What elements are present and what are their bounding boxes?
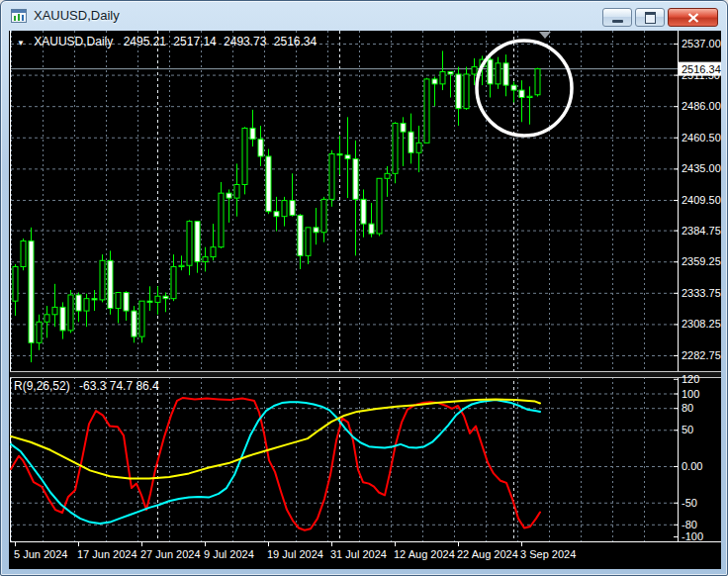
time-label[interactable]: 5 Jun 2024: [14, 548, 67, 560]
candle-bear[interactable]: [108, 260, 113, 308]
candle-bull[interactable]: [385, 173, 390, 178]
close-button[interactable]: [668, 8, 718, 27]
candle-bear[interactable]: [511, 85, 516, 90]
candle-bull[interactable]: [13, 266, 18, 301]
indicator-axis-label: 0.00: [682, 460, 702, 472]
candle-bear[interactable]: [60, 307, 65, 331]
panel-splitter[interactable]: [10, 372, 721, 377]
candle-bear[interactable]: [195, 222, 200, 262]
candle-bear[interactable]: [76, 295, 81, 311]
close-icon: [687, 13, 699, 23]
candle-bull[interactable]: [464, 74, 469, 109]
indicator-name: R(9,26,52): [14, 379, 70, 393]
candle-bear[interactable]: [456, 74, 461, 109]
indicator-line-red[interactable]: [11, 398, 540, 530]
candle-bear[interactable]: [369, 224, 374, 234]
price-label: 2537.00: [682, 38, 721, 49]
candle-bull[interactable]: [68, 295, 73, 331]
time-label[interactable]: 31 Jul 2024: [330, 548, 387, 560]
candle-bull[interactable]: [440, 71, 445, 83]
collapse-arrow-icon: ▼: [17, 39, 25, 48]
candle-bull[interactable]: [306, 228, 311, 255]
restore-button[interactable]: [635, 8, 665, 27]
candle-bear[interactable]: [92, 299, 97, 300]
time-label[interactable]: 9 Jul 2024: [204, 548, 254, 560]
candle-bull[interactable]: [424, 79, 429, 143]
candle-bear[interactable]: [401, 124, 406, 133]
candle-bear[interactable]: [163, 296, 168, 298]
indicator-axis-label: 50: [682, 424, 693, 435]
candle-bear[interactable]: [250, 128, 255, 139]
candle-bull[interactable]: [84, 299, 89, 311]
candle-bear[interactable]: [147, 301, 152, 302]
candle-bull[interactable]: [535, 69, 540, 95]
candle-bull[interactable]: [219, 193, 224, 247]
title-bar[interactable]: XAUUSD,Daily: [1, 1, 727, 30]
candle-bull[interactable]: [496, 63, 500, 84]
candle-bull[interactable]: [45, 315, 49, 322]
candle-bear[interactable]: [503, 63, 508, 85]
minimize-button[interactable]: [602, 8, 632, 27]
candle-bull[interactable]: [211, 247, 216, 257]
candle-bull[interactable]: [416, 143, 421, 152]
candle-bear[interactable]: [290, 201, 295, 216]
candle-bear[interactable]: [314, 228, 318, 233]
candle-bear[interactable]: [361, 199, 366, 224]
candle-bull[interactable]: [155, 296, 160, 302]
candle-bear[interactable]: [337, 154, 342, 155]
window-title: XAUUSD,Daily: [34, 8, 120, 23]
candle-bear[interactable]: [29, 240, 34, 342]
candle-bull[interactable]: [321, 199, 326, 232]
candle-bull[interactable]: [100, 260, 105, 300]
time-label[interactable]: 27 Jun 2024: [140, 548, 201, 560]
candle-bull[interactable]: [116, 293, 121, 309]
candle-bear[interactable]: [448, 71, 453, 73]
app-window: XAUUSD,Daily 2537.002511.502486.002460.5…: [0, 0, 728, 576]
candle-bull[interactable]: [37, 322, 42, 342]
candle-bull[interactable]: [171, 266, 176, 298]
candle-bear[interactable]: [519, 90, 524, 97]
chart-canvas[interactable]: 2537.002511.502486.002460.502435.002409.…: [9, 31, 721, 569]
candle-bear[interactable]: [432, 79, 437, 84]
candle-bull[interactable]: [527, 96, 532, 97]
price-label: 2282.75: [682, 349, 721, 361]
price-label: 2384.75: [682, 225, 721, 237]
candle-bull[interactable]: [329, 154, 334, 200]
candle-bull[interactable]: [234, 184, 239, 198]
candle-bear[interactable]: [132, 311, 136, 336]
candle-bull[interactable]: [282, 201, 287, 217]
candle-bull[interactable]: [139, 301, 144, 336]
indicator-axis-label: -50: [682, 497, 697, 509]
candle-bear[interactable]: [124, 293, 129, 312]
price-label: 2435.00: [682, 162, 721, 174]
time-label[interactable]: 3 Sep 2024: [520, 548, 576, 560]
candle-bull[interactable]: [203, 257, 208, 262]
candle-bull[interactable]: [242, 128, 247, 184]
candle-bear[interactable]: [345, 155, 350, 159]
indicator-axis-label: 120: [682, 373, 699, 385]
highlight-circle-annotation[interactable]: [477, 41, 572, 136]
candle-bull[interactable]: [377, 178, 382, 234]
candle-bear[interactable]: [353, 158, 358, 199]
chart-header: ▼ XAUUSD,Daily 2495.21 2517.14 2493.73 2…: [17, 35, 318, 48]
time-label[interactable]: 12 Aug 2024: [394, 548, 455, 560]
candle-bear[interactable]: [488, 59, 493, 84]
candle-bull[interactable]: [179, 265, 184, 266]
candle-bull[interactable]: [472, 67, 477, 74]
candle-bear[interactable]: [258, 140, 263, 156]
indicator-values: -63.3 74.7 86.4: [79, 379, 159, 393]
time-label[interactable]: 17 Jun 2024: [77, 548, 137, 560]
time-label[interactable]: 19 Jul 2024: [267, 548, 323, 560]
candle-bear[interactable]: [227, 193, 231, 198]
candle-bear[interactable]: [274, 212, 279, 217]
time-label[interactable]: 22 Aug 2024: [457, 548, 518, 560]
chart-client-area[interactable]: 2537.002511.502486.002460.502435.002409.…: [9, 31, 721, 569]
indicator-line-cyan[interactable]: [11, 400, 540, 524]
candle-bear[interactable]: [298, 215, 303, 255]
candle-bull[interactable]: [393, 124, 398, 174]
candle-bear[interactable]: [266, 156, 271, 212]
candle-bull[interactable]: [187, 222, 192, 266]
candle-bull[interactable]: [52, 307, 57, 314]
candle-bull[interactable]: [21, 240, 26, 266]
candle-bear[interactable]: [409, 132, 413, 152]
